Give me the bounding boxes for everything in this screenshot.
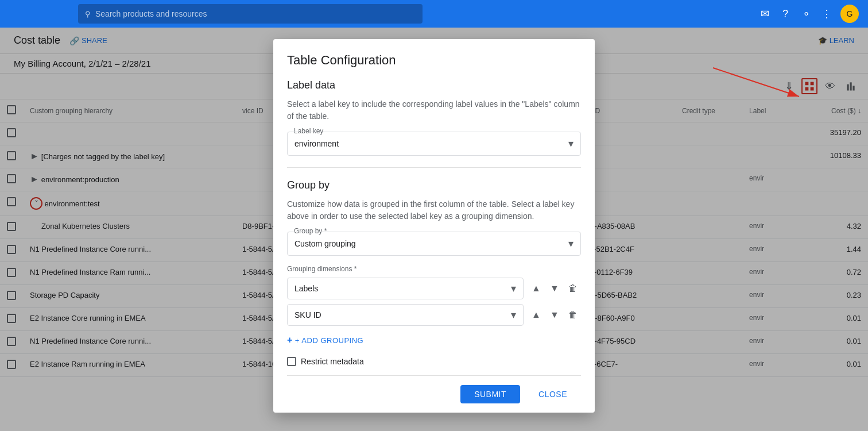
chevron-down-icon: ▾: [568, 237, 574, 250]
move-up-btn-2[interactable]: ▲: [528, 307, 544, 323]
top-bar-icons: ✉ ? ⚬ ⋮ G: [758, 5, 859, 23]
grouping-dims-label: Grouping dimensions *: [287, 265, 581, 273]
notifications-icon[interactable]: ✉: [758, 7, 772, 21]
group-by-field: Group by * Custom grouping ▾: [287, 232, 581, 256]
group-by-select[interactable]: Custom grouping ▾: [287, 232, 581, 256]
dimension-row-1: Labels ▾ ▲ ▼ 🗑: [287, 278, 581, 299]
more-icon[interactable]: ⋮: [820, 7, 834, 21]
group-by-section-title: Group by: [287, 179, 581, 191]
move-up-btn-1[interactable]: ▲: [528, 280, 544, 297]
add-grouping-button[interactable]: + + ADD GROUPING: [287, 330, 363, 350]
dimension-row-2: SKU ID ▾ ▲ ▼ 🗑: [287, 304, 581, 326]
search-icon: ⚲: [85, 10, 91, 18]
label-key-select-wrapper[interactable]: Label key environment ▾: [287, 132, 581, 156]
restrict-metadata-checkbox[interactable]: [287, 357, 296, 366]
modal-footer: SUBMIT CLOSE: [287, 375, 581, 413]
modal-dialog: Table Configuration Label data Select a …: [273, 39, 595, 413]
bell-icon[interactable]: ⚬: [799, 7, 813, 21]
close-button[interactable]: CLOSE: [525, 385, 581, 403]
dimension-actions-1: ▲ ▼ 🗑: [528, 280, 581, 297]
label-data-section-desc: Select a label key to include the corres…: [287, 98, 581, 122]
label-key-field: Label key environment ▾: [287, 132, 581, 156]
move-down-btn-2[interactable]: ▼: [547, 307, 563, 323]
dimension-actions-2: ▲ ▼ 🗑: [528, 307, 581, 323]
modal-overlay: Table Configuration Label data Select a …: [0, 28, 868, 431]
move-down-btn-1[interactable]: ▼: [547, 280, 563, 297]
chevron-down-icon: ▾: [511, 282, 516, 295]
svg-line-4: [713, 68, 799, 97]
label-key-select[interactable]: environment ▾: [287, 132, 581, 156]
restrict-metadata-row: Restrict metadata: [287, 357, 581, 366]
dimension-select-1[interactable]: Labels ▾: [287, 278, 524, 299]
label-data-section-title: Label data: [287, 79, 581, 91]
restrict-metadata-label: Restrict metadata: [301, 357, 364, 366]
chevron-down-icon: ▾: [568, 137, 574, 150]
chevron-down-icon: ▾: [511, 309, 516, 321]
avatar[interactable]: G: [840, 5, 859, 23]
search-input[interactable]: [95, 9, 416, 18]
delete-btn-2[interactable]: 🗑: [565, 307, 581, 323]
search-bar[interactable]: ⚲: [78, 4, 423, 24]
submit-button[interactable]: SUBMIT: [460, 385, 520, 403]
help-icon[interactable]: ?: [778, 7, 792, 21]
top-bar: ⚲ ✉ ? ⚬ ⋮ G: [0, 0, 868, 28]
modal-title: Table Configuration: [287, 53, 581, 68]
red-arrow-annotation: [707, 62, 822, 108]
content-area: Cost table 🔗 SHARE 🎓 LEARN My Billing Ac…: [0, 28, 868, 431]
dimension-select-2[interactable]: SKU ID ▾: [287, 304, 524, 326]
plus-icon: +: [287, 335, 293, 345]
delete-btn-1[interactable]: 🗑: [565, 280, 581, 297]
group-by-select-wrapper[interactable]: Group by * Custom grouping ▾: [287, 232, 581, 256]
group-by-section-desc: Customize how data is grouped in the fir…: [287, 198, 581, 222]
